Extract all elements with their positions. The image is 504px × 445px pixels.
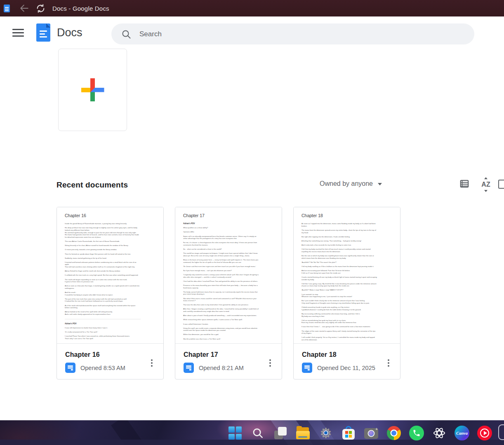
thumbnail-paragraph: After about a year of work I finally pro… [183, 314, 259, 317]
doc-thumbnail: Chapter 16 Inside the grand library of R… [57, 207, 163, 343]
thumbnail-paragraph: Inside the grand library of Ravenshade m… [65, 222, 141, 225]
tray-widget-edge[interactable] [498, 424, 504, 440]
recent-documents-grid: Chapter 16 Inside the grand library of R… [57, 207, 400, 379]
back-icon[interactable] [19, 3, 30, 14]
doc-card-chapter-16[interactable]: Chapter 16 Inside the grand library of R… [57, 207, 164, 379]
owner-filter-label: Owned by anyone [320, 180, 373, 187]
doc-opened-time: Opened 8:21 AM [199, 365, 244, 371]
doc-title: Chapter 17 [184, 351, 275, 358]
doc-card-chapter-18[interactable]: Chapter 18 As soon as I tapped into the … [293, 207, 400, 379]
doc-opened-time: Opened Dec 11, 2025 [317, 365, 375, 371]
thumbnail-paragraph: I just wanted it to stop. Whatever was h… [301, 293, 377, 297]
list-view-button[interactable] [459, 178, 470, 189]
main-menu-button[interactable] [12, 29, 24, 37]
whatsapp-icon [409, 426, 424, 440]
thumbnail-paragraph: Mana is the basis of every power here — … [183, 259, 259, 263]
thumbnail-paragraph: The edges of the room started to appear … [301, 330, 377, 334]
docs-file-icon [184, 363, 194, 373]
thumbnail-paragraph: A feeling that something was wrong. That… [301, 240, 377, 242]
thumbnail-paragraph: Presence is the mana bound by your inten… [183, 284, 259, 289]
blank-document-card[interactable] [58, 49, 127, 131]
doc-thumbnail: Chapter 18 As soon as I tapped into the … [294, 207, 400, 343]
thumbnail-paragraph: Adrian looked at the result of his spell… [65, 311, 141, 315]
search-icon [252, 427, 264, 439]
recent-documents-heading: Recent documents [57, 180, 128, 190]
doc-more-options-button[interactable] [386, 358, 391, 368]
sort-up-icon [484, 177, 488, 179]
docs-file-icon [302, 363, 312, 373]
youtube-icon [477, 426, 492, 440]
open-file-picker-icon[interactable] [498, 180, 504, 189]
thumbnail-paragraph: 'Aaahhhh!!! No! No! No! This wasn't the … [301, 261, 377, 264]
thumbnail-paragraph: 'But the problem was that it was a Tier … [183, 337, 259, 340]
chrome-button[interactable] [386, 426, 401, 440]
doc-opened-time: Opened 8:53 AM [80, 365, 125, 371]
thumbnail-paragraph: But the rate at which my body was expell… [301, 255, 377, 259]
doc-more-options-button[interactable] [149, 358, 154, 368]
thumbnail-paragraph: It was called Dimension Creation. [183, 323, 259, 325]
refresh-icon[interactable] [35, 3, 46, 14]
settings-button[interactable]: ⚙ [318, 426, 333, 440]
doc-thumbnail: Chapter 17 Adrian's POVWhat qualifies as… [175, 207, 282, 343]
doc-card-footer: Chapter 16 Opened 8:53 AM [57, 343, 163, 379]
thumbnail-paragraph: 'It's really overpowered for a Tier Two … [65, 331, 141, 333]
thumbnail-paragraph: It collided with the tree trunk at a ver… [65, 274, 141, 276]
windows-start-icon [228, 426, 242, 440]
thumbnail-paragraph: 'Aaahhh!!! Make it stop! Make it stop! M… [301, 289, 377, 291]
doc-card-chapter-17[interactable]: Chapter 17 Adrian's POVWhat qualifies as… [175, 207, 282, 379]
thumbnail-paragraph: Opinions differ. [183, 231, 259, 233]
thumbnail-paragraph: Adrian flicked his finger and the starli… [65, 270, 141, 272]
thumbnail-paragraph: But right after tapping into the dimensi… [301, 236, 377, 238]
thumbnail-paragraph: 'I originally only wanted to create a st… [183, 274, 259, 278]
docs-logo-icon[interactable] [36, 23, 50, 42]
camera-button[interactable]: + [364, 426, 379, 440]
thumbnail-paragraph: Or more precisely, towards a tree growin… [65, 248, 141, 251]
thumbnail-divider [65, 319, 141, 319]
canva-button[interactable]: Canva [455, 426, 469, 440]
microsoft-store-button[interactable] [341, 426, 356, 440]
docs-file-icon [65, 363, 75, 373]
whatsapp-button[interactable] [409, 426, 424, 440]
doc-more-options-button[interactable] [268, 358, 273, 368]
chatgpt-icon [433, 426, 446, 440]
thumbnail-paragraph: After that, I began creating a spell bas… [183, 308, 259, 312]
thumbnail-paragraph: And the result... It would be horrifying… [65, 291, 141, 296]
chatgpt-button[interactable] [432, 426, 447, 440]
thumbnail-paragraph: I reached Phase Two when I was around si… [65, 335, 141, 340]
doc-title: Chapter 18 [302, 351, 393, 358]
task-view-button[interactable] [273, 426, 288, 440]
sort-az-button[interactable]: AZ [480, 178, 492, 191]
window-title: Docs - Google Docs [52, 5, 109, 12]
docs-appbar: Docs [0, 16, 504, 49]
owner-filter-dropdown[interactable]: Owned by anyone [320, 180, 382, 187]
thumbnail-paragraph: That was the idea that came to my mind w… [183, 304, 259, 306]
chrome-icon [387, 426, 401, 440]
thumbnail-paragraph: And it only took a few seconds for my te… [301, 244, 377, 246]
thumbnail-paragraph: It was then that I knew. I ... was going… [301, 326, 377, 328]
search-bar[interactable] [111, 23, 474, 44]
thumbnail-paragraph: I felt like I was going crazy. My mind f… [301, 282, 377, 287]
sort-down-icon [484, 190, 488, 192]
youtube-button[interactable] [477, 426, 492, 440]
thumbnail-paragraph: I felt an overwhelming fear grab my hear… [301, 319, 377, 323]
thumbnail-paragraph: This was Adrian Castis Ravenshade, the f… [65, 240, 141, 243]
thumbnail-paragraph: I felt my body swelling as if like a bal… [301, 265, 377, 268]
thumbnail-paragraph: So... what can be considered a cheat in … [183, 248, 259, 251]
search-icon [121, 29, 131, 39]
file-explorer-button[interactable] [296, 426, 311, 440]
thumbnail-paragraph: I still couldn't think properly. Yet as … [301, 336, 377, 341]
start-button[interactable] [228, 426, 243, 440]
thumbnail-doc-title: Chapter 17 [183, 213, 259, 218]
thumbnail-paragraph: Using this spell, you could create a sep… [183, 327, 259, 331]
taskbar-search-button[interactable] [250, 426, 265, 440]
thumbnail-paragraph: Within that dimension, you would be like… [183, 333, 259, 336]
thumbnail-paragraph: It twisted and formed unknown patterns b… [65, 261, 141, 268]
doc-card-footer: Chapter 17 Opened 8:21 AM [175, 343, 282, 379]
thumbnail-paragraph: As soon as I tapped into the dimension, … [301, 222, 377, 227]
search-input[interactable] [139, 30, 428, 38]
thumbnail-paragraph: This world has magic and weapon techniqu… [183, 252, 259, 257]
thumbnail-doc-title: Chapter 18 [301, 213, 377, 218]
thumbnail-paragraph: The body cannot hold more mana than its … [183, 291, 259, 295]
thumbnail-paragraph: While researching other space-element sp… [183, 319, 259, 321]
thumbnail-paragraph: Some call it an absurdly overpowered for… [183, 235, 259, 239]
